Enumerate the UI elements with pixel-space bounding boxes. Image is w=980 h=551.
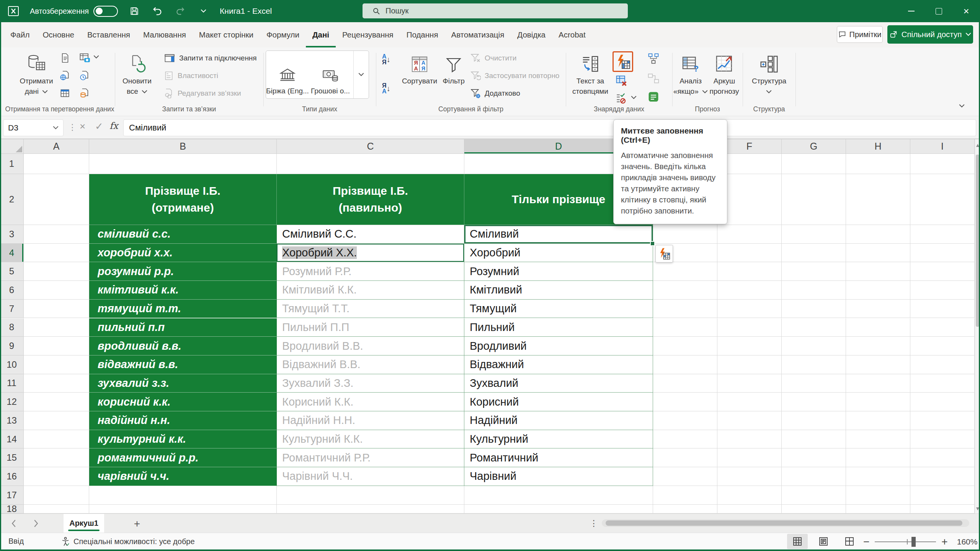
cell-B1[interactable] — [89, 154, 277, 174]
cell-G3[interactable] — [782, 225, 846, 244]
cell-I16[interactable] — [910, 467, 975, 486]
cell-E13[interactable] — [653, 411, 717, 430]
forecast-sheet-button[interactable]: Аркушпрогнозу — [708, 49, 740, 96]
cell-G11[interactable] — [782, 374, 846, 393]
cell-D6[interactable]: Кмітливий — [464, 281, 653, 300]
view-normal-button[interactable] — [787, 534, 808, 549]
row-header-18[interactable]: 18 — [0, 505, 24, 514]
cell-G5[interactable] — [782, 262, 846, 281]
cell-I6[interactable] — [910, 281, 975, 300]
notes-button[interactable]: Примітки — [837, 26, 883, 43]
cell-D14[interactable]: Культурний — [464, 430, 653, 449]
quick-access-chevron-icon[interactable] — [197, 5, 210, 18]
cell-B5[interactable]: розумний р.р. — [89, 262, 277, 281]
cell-C10[interactable]: Відважний В.В. — [277, 355, 464, 374]
col-header-A[interactable]: A — [24, 139, 89, 154]
cell-I14[interactable] — [910, 430, 975, 449]
row-header-10[interactable]: 10 — [0, 355, 24, 374]
cell-B13[interactable]: надійний н.н. — [89, 411, 277, 430]
cell-G6[interactable] — [782, 281, 846, 300]
cell-D12[interactable]: Корисний — [464, 393, 653, 411]
cell-G18[interactable] — [782, 505, 846, 514]
cell-F8[interactable] — [717, 318, 782, 337]
horizontal-scrollbar[interactable] — [602, 519, 969, 527]
cell-E5[interactable] — [653, 262, 717, 281]
cell-C18[interactable] — [277, 505, 464, 514]
sort-ascending-button[interactable]: АЯ↓ — [382, 54, 390, 65]
from-picture-button[interactable] — [78, 51, 91, 64]
cell-B8[interactable]: пильний п.п — [89, 318, 277, 337]
prev-sheet-arrow-icon[interactable] — [5, 514, 22, 533]
col-header-H[interactable]: H — [846, 139, 910, 154]
tab-Вставлення[interactable]: Вставлення — [81, 22, 137, 47]
cell-G12[interactable] — [782, 393, 846, 411]
cell-F9[interactable] — [717, 337, 782, 355]
cell-C12[interactable]: Корисний К.К. — [277, 393, 464, 411]
data-model-button[interactable] — [647, 90, 660, 103]
restore-button[interactable] — [925, 0, 952, 22]
cell-I10[interactable] — [910, 355, 975, 374]
recent-sources-button[interactable] — [78, 69, 91, 82]
cell-G8[interactable] — [782, 318, 846, 337]
cell-B10[interactable]: відважний в.в. — [89, 355, 277, 374]
zoom-in-button[interactable]: + — [941, 536, 947, 548]
cell-D18[interactable] — [464, 505, 653, 514]
cell-A6[interactable] — [24, 281, 89, 300]
cell-D3[interactable]: Сміливий — [464, 225, 653, 244]
cell-G9[interactable] — [782, 337, 846, 355]
cell-H2[interactable] — [846, 174, 910, 225]
cell-C4[interactable]: Хоробрий Х.Х. — [277, 244, 464, 262]
cell-C17[interactable] — [277, 486, 464, 505]
col-header-I[interactable]: I — [910, 139, 975, 154]
tab-Рецензування[interactable]: Рецензування — [336, 22, 400, 47]
cell-I18[interactable] — [910, 505, 975, 514]
cell-C8[interactable]: Пильний П.П — [277, 318, 464, 337]
zoom-slider-thumb[interactable] — [911, 537, 916, 547]
cell-A3[interactable] — [24, 225, 89, 244]
cell-A13[interactable] — [24, 411, 89, 430]
from-web-button[interactable] — [58, 69, 71, 82]
cell-H8[interactable] — [846, 318, 910, 337]
cell-C1[interactable] — [277, 154, 464, 174]
tabbar-splitter[interactable]: ⋮ — [590, 518, 598, 528]
cell-G16[interactable] — [782, 467, 846, 486]
cell-A1[interactable] — [24, 154, 89, 174]
cell-B16[interactable]: чарівний ч.ч. — [89, 467, 277, 486]
filter-button[interactable]: Фільтр — [440, 49, 467, 86]
insert-function-icon[interactable]: fx — [109, 121, 118, 131]
existing-connections-button[interactable] — [78, 86, 91, 99]
cell-F4[interactable] — [717, 244, 782, 262]
text-to-columns-button[interactable]: Текст застовпцями — [569, 49, 612, 96]
cell-B11[interactable]: зухвалий з.з. — [89, 374, 277, 393]
tab-Дані[interactable]: Дані — [306, 22, 336, 47]
confirm-entry-icon[interactable]: ✓ — [95, 121, 103, 132]
row-header-9[interactable]: 9 — [0, 337, 24, 355]
refresh-all-button[interactable]: Оновити все — [118, 49, 156, 96]
advanced-filter-button[interactable]: Додатково — [470, 86, 520, 101]
row-header-2[interactable]: 2 — [0, 174, 24, 225]
row-header-7[interactable]: 7 — [0, 300, 24, 318]
tab-Файл[interactable]: Файл — [4, 22, 36, 47]
cell-F15[interactable] — [717, 448, 782, 467]
cell-H10[interactable] — [846, 355, 910, 374]
cell-G13[interactable] — [782, 411, 846, 430]
cell-A12[interactable] — [24, 393, 89, 411]
cell-F14[interactable] — [717, 430, 782, 449]
undo-button[interactable] — [151, 5, 164, 18]
cell-H4[interactable] — [846, 244, 910, 262]
view-page-break-button[interactable] — [839, 534, 860, 549]
data-validation-button[interactable] — [615, 92, 628, 105]
cell-I4[interactable] — [910, 244, 975, 262]
cell-A14[interactable] — [24, 430, 89, 449]
tab-Acrobat[interactable]: Acrobat — [552, 22, 592, 47]
cell-C3[interactable]: Сміливий С.С. — [277, 225, 464, 244]
cell-G15[interactable] — [782, 448, 846, 467]
cell-B6[interactable]: кмітливий к.к. — [89, 281, 277, 300]
cell-C15[interactable]: Романтичний Р.Р. — [277, 448, 464, 467]
cell-D13[interactable]: Надійний — [464, 411, 653, 430]
search-input[interactable]: Пошук — [363, 3, 628, 18]
cell-I11[interactable] — [910, 374, 975, 393]
cell-B14[interactable]: культурний к.к. — [89, 430, 277, 449]
row-header-3[interactable]: 3 — [0, 225, 24, 244]
cell-G17[interactable] — [782, 486, 846, 505]
